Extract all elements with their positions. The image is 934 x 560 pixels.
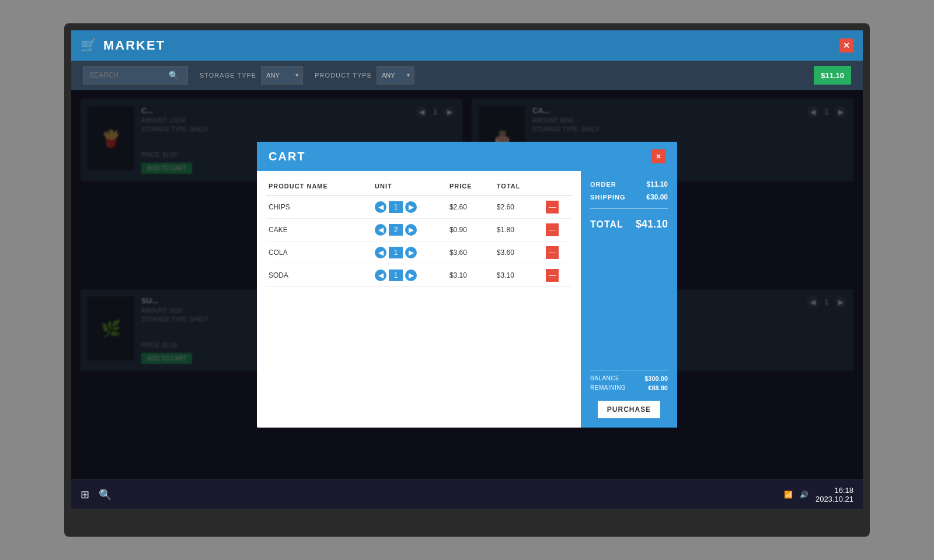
summary-spacer	[590, 235, 668, 365]
cart-qty-decrease[interactable]: ◀	[375, 270, 386, 281]
item-remove[interactable]: —	[543, 264, 571, 287]
screen: 🛒 MARKET ✕ 🔍 STORAGE TYPE ANY SHELF	[71, 30, 863, 509]
cart-header: CART ×	[257, 142, 677, 171]
cart-qty-value: 2	[389, 224, 403, 236]
cart-qty-decrease[interactable]: ◀	[375, 224, 386, 236]
order-label: ORDER	[590, 181, 616, 188]
balance-value: $11.10	[821, 71, 844, 80]
cart-modal: CART × PRODUCT NAME	[257, 142, 677, 428]
shipping-label: SHIPPING	[590, 194, 626, 201]
item-price: $0.90	[447, 219, 494, 242]
cart-body: PRODUCT NAME UNIT PRICE TOTAL	[257, 171, 677, 428]
item-unit: ◀ 1 ▶	[372, 264, 447, 287]
app-title: MARKET	[103, 38, 165, 53]
shipping-value: €30.00	[646, 193, 668, 201]
clock-time: 16:18	[815, 486, 853, 495]
item-name: CAKE	[266, 219, 372, 242]
col-price: PRICE	[447, 180, 494, 196]
sound-icon: 🔊	[800, 491, 808, 499]
product-type-select-wrapper: ANY FOOD DRINK	[377, 66, 414, 85]
cart-qty-increase[interactable]: ▶	[405, 224, 417, 236]
cart-summary: ORDER $11.10 SHIPPING €30.00 TOTAL	[581, 171, 677, 428]
item-remove[interactable]: —	[543, 219, 571, 242]
market-icon: 🛒	[81, 38, 96, 53]
table-row: COLA ◀ 1 ▶ $3.60 $3.60 —	[266, 242, 571, 264]
col-actions	[543, 180, 571, 196]
item-total: $2.60	[494, 196, 543, 219]
item-unit: ◀ 1 ▶	[372, 242, 447, 264]
shipping-row: SHIPPING €30.00	[590, 193, 668, 201]
remove-button[interactable]: —	[546, 201, 559, 214]
cart-table: PRODUCT NAME UNIT PRICE TOTAL	[266, 180, 571, 287]
storage-type-select-wrapper: ANY SHELF FRIDGE	[261, 66, 303, 85]
balance-badge: $11.10	[814, 66, 851, 85]
app-close-button[interactable]: ✕	[839, 38, 853, 52]
taskbar-search-icon[interactable]: 🔍	[99, 488, 111, 501]
product-type-label: PRODUCT TYPE	[315, 72, 372, 79]
summary-divider	[590, 208, 668, 209]
item-total: $3.10	[494, 264, 543, 287]
wifi-icon: 📶	[784, 491, 793, 499]
item-remove[interactable]: —	[543, 196, 571, 219]
remove-button[interactable]: —	[546, 223, 559, 236]
cart-items-area: PRODUCT NAME UNIT PRICE TOTAL	[257, 171, 581, 428]
search-box[interactable]: 🔍	[83, 66, 188, 85]
cart-qty-increase[interactable]: ▶	[405, 201, 417, 213]
clock: 16:18 2023.10.21	[815, 486, 853, 503]
item-name: SODA	[266, 264, 372, 287]
total-value: $41.10	[636, 218, 668, 230]
cart-qty-increase[interactable]: ▶	[405, 247, 417, 258]
item-name: CHIPS	[266, 196, 372, 219]
cart-title: CART	[269, 150, 306, 163]
market-window: 🛒 MARKET ✕ 🔍 STORAGE TYPE ANY SHELF	[71, 30, 863, 509]
taskbar: ⊞ 🔍 📶 🔊 16:18 2023.10.21	[71, 480, 863, 509]
item-price: $3.60	[447, 242, 494, 264]
product-type-filter: PRODUCT TYPE ANY FOOD DRINK	[315, 66, 414, 85]
purchase-button[interactable]: PURCHASE	[598, 401, 660, 418]
storage-type-select[interactable]: ANY SHELF FRIDGE	[261, 66, 303, 85]
taskbar-left: ⊞ 🔍	[81, 488, 111, 501]
item-total: $3.60	[494, 242, 543, 264]
cart-qty-value: 1	[389, 247, 403, 258]
cart-qty-increase[interactable]: ▶	[405, 270, 417, 281]
table-row: SODA ◀ 1 ▶ $3.10 $3.10 —	[266, 264, 571, 287]
total-label: TOTAL	[590, 219, 623, 230]
cart-qty-value: 1	[389, 270, 403, 281]
cart-qty-decrease[interactable]: ◀	[375, 201, 386, 213]
search-icon: 🔍	[169, 71, 179, 80]
balance-row: BALANCE $300.00	[590, 375, 668, 382]
order-row: ORDER $11.10	[590, 180, 668, 188]
balance-label: BALANCE	[590, 375, 619, 382]
cart-qty-decrease[interactable]: ◀	[375, 247, 386, 258]
balance-amount: $300.00	[644, 375, 668, 382]
balance-section: BALANCE $300.00 REMAINING €88.90	[590, 370, 668, 391]
col-unit: UNIT	[372, 180, 447, 196]
remove-button[interactable]: —	[546, 269, 559, 282]
remove-button[interactable]: —	[546, 246, 559, 259]
search-input[interactable]	[89, 71, 165, 79]
cart-qty-value: 1	[389, 201, 403, 213]
title-bar: 🛒 MARKET ✕	[71, 30, 863, 61]
item-price: $3.10	[447, 264, 494, 287]
col-total: TOTAL	[494, 180, 543, 196]
monitor: 🛒 MARKET ✕ 🔍 STORAGE TYPE ANY SHELF	[64, 23, 870, 537]
remaining-label: REMAINING	[590, 384, 626, 391]
remaining-row: REMAINING €88.90	[590, 384, 668, 391]
item-remove[interactable]: —	[543, 242, 571, 264]
item-unit: ◀ 2 ▶	[372, 219, 447, 242]
clock-date: 2023.10.21	[815, 495, 853, 503]
item-price: $2.60	[447, 196, 494, 219]
cart-close-button[interactable]: ×	[651, 149, 665, 163]
storage-type-filter: STORAGE TYPE ANY SHELF FRIDGE	[200, 66, 303, 85]
table-row: CHIPS ◀ 1 ▶ $2.60 $2.60 —	[266, 196, 571, 219]
modal-overlay: CART × PRODUCT NAME	[71, 90, 863, 480]
item-unit: ◀ 1 ▶	[372, 196, 447, 219]
item-total: $1.80	[494, 219, 543, 242]
remaining-amount: €88.90	[648, 384, 668, 391]
order-value: $11.10	[646, 180, 668, 188]
windows-icon[interactable]: ⊞	[81, 488, 89, 501]
table-row: CAKE ◀ 2 ▶ $0.90 $1.80 —	[266, 219, 571, 242]
col-product-name: PRODUCT NAME	[266, 180, 372, 196]
taskbar-right: 📶 🔊 16:18 2023.10.21	[784, 486, 853, 503]
product-type-select[interactable]: ANY FOOD DRINK	[377, 66, 414, 85]
